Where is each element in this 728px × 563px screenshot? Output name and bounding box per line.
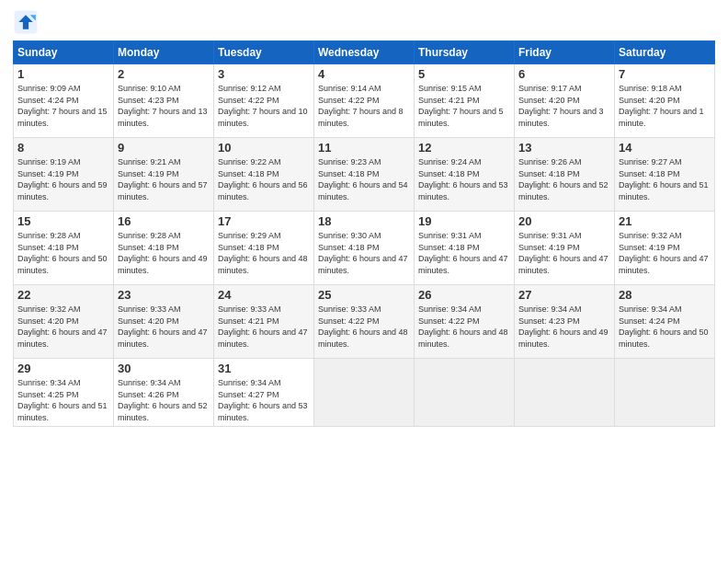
calendar-week-row: 8Sunrise: 9:19 AMSunset: 4:19 PMDaylight…	[14, 138, 715, 212]
calendar-cell: 15Sunrise: 9:28 AMSunset: 4:18 PMDayligh…	[14, 212, 114, 285]
day-number: 14	[619, 141, 711, 155]
weekday-header: Monday	[114, 41, 214, 64]
page-header	[13, 9, 715, 35]
day-info: Sunrise: 9:30 AMSunset: 4:18 PMDaylight:…	[318, 230, 410, 276]
day-number: 12	[418, 141, 510, 155]
day-info: Sunrise: 9:26 AMSunset: 4:18 PMDaylight:…	[518, 156, 610, 202]
calendar-week-row: 15Sunrise: 9:28 AMSunset: 4:18 PMDayligh…	[14, 212, 715, 285]
page-container: SundayMondayTuesdayWednesdayThursdayFrid…	[0, 0, 728, 563]
day-info: Sunrise: 9:21 AMSunset: 4:19 PMDaylight:…	[118, 156, 210, 202]
calendar-cell: 11Sunrise: 9:23 AMSunset: 4:18 PMDayligh…	[314, 138, 415, 212]
day-info: Sunrise: 9:34 AMSunset: 4:24 PMDaylight:…	[619, 304, 711, 350]
logo-icon	[13, 9, 39, 35]
day-info: Sunrise: 9:12 AMSunset: 4:22 PMDaylight:…	[218, 83, 310, 129]
day-info: Sunrise: 9:09 AMSunset: 4:24 PMDaylight:…	[17, 83, 109, 129]
day-info: Sunrise: 9:32 AMSunset: 4:20 PMDaylight:…	[17, 304, 109, 350]
calendar-cell: 26Sunrise: 9:34 AMSunset: 4:22 PMDayligh…	[415, 285, 515, 359]
day-info: Sunrise: 9:34 AMSunset: 4:22 PMDaylight:…	[418, 304, 510, 350]
calendar-cell: 31Sunrise: 9:34 AMSunset: 4:27 PMDayligh…	[214, 359, 314, 427]
calendar-cell: 18Sunrise: 9:30 AMSunset: 4:18 PMDayligh…	[314, 212, 415, 285]
calendar-week-row: 29Sunrise: 9:34 AMSunset: 4:25 PMDayligh…	[14, 359, 715, 427]
day-number: 20	[518, 214, 610, 228]
calendar-week-row: 1Sunrise: 9:09 AMSunset: 4:24 PMDaylight…	[14, 64, 715, 138]
calendar-cell	[615, 359, 715, 427]
calendar-cell: 2Sunrise: 9:10 AMSunset: 4:23 PMDaylight…	[114, 64, 214, 138]
day-number: 19	[418, 214, 510, 228]
weekday-header: Thursday	[415, 41, 515, 64]
weekday-header-row: SundayMondayTuesdayWednesdayThursdayFrid…	[14, 41, 715, 64]
calendar-cell: 6Sunrise: 9:17 AMSunset: 4:20 PMDaylight…	[515, 64, 615, 138]
calendar-cell: 16Sunrise: 9:28 AMSunset: 4:18 PMDayligh…	[114, 212, 214, 285]
calendar-cell: 14Sunrise: 9:27 AMSunset: 4:18 PMDayligh…	[615, 138, 715, 212]
day-number: 24	[218, 288, 310, 302]
day-info: Sunrise: 9:31 AMSunset: 4:18 PMDaylight:…	[418, 230, 510, 276]
day-info: Sunrise: 9:15 AMSunset: 4:21 PMDaylight:…	[418, 83, 510, 129]
day-number: 11	[318, 141, 410, 155]
weekday-header: Saturday	[615, 41, 715, 64]
calendar-cell: 27Sunrise: 9:34 AMSunset: 4:23 PMDayligh…	[515, 285, 615, 359]
day-info: Sunrise: 9:29 AMSunset: 4:18 PMDaylight:…	[218, 230, 310, 276]
day-info: Sunrise: 9:34 AMSunset: 4:27 PMDaylight:…	[218, 377, 310, 423]
weekday-header: Sunday	[14, 41, 114, 64]
calendar-cell: 7Sunrise: 9:18 AMSunset: 4:20 PMDaylight…	[615, 64, 715, 138]
day-info: Sunrise: 9:23 AMSunset: 4:18 PMDaylight:…	[318, 156, 410, 202]
calendar-table: SundayMondayTuesdayWednesdayThursdayFrid…	[13, 40, 715, 427]
calendar-cell: 1Sunrise: 9:09 AMSunset: 4:24 PMDaylight…	[14, 64, 114, 138]
day-number: 5	[418, 67, 510, 81]
calendar-cell: 30Sunrise: 9:34 AMSunset: 4:26 PMDayligh…	[114, 359, 214, 427]
calendar-cell: 17Sunrise: 9:29 AMSunset: 4:18 PMDayligh…	[214, 212, 314, 285]
day-info: Sunrise: 9:34 AMSunset: 4:23 PMDaylight:…	[518, 304, 610, 350]
day-info: Sunrise: 9:27 AMSunset: 4:18 PMDaylight:…	[619, 156, 711, 202]
day-info: Sunrise: 9:22 AMSunset: 4:18 PMDaylight:…	[218, 156, 310, 202]
day-info: Sunrise: 9:28 AMSunset: 4:18 PMDaylight:…	[17, 230, 109, 276]
day-number: 2	[118, 67, 210, 81]
day-number: 3	[218, 67, 310, 81]
day-number: 30	[118, 362, 210, 375]
day-number: 23	[118, 288, 210, 302]
day-number: 18	[318, 214, 410, 228]
day-info: Sunrise: 9:18 AMSunset: 4:20 PMDaylight:…	[619, 83, 711, 129]
day-number: 13	[518, 141, 610, 155]
weekday-header: Tuesday	[214, 41, 314, 64]
calendar-cell: 4Sunrise: 9:14 AMSunset: 4:22 PMDaylight…	[314, 64, 415, 138]
day-number: 10	[218, 141, 310, 155]
day-number: 16	[118, 214, 210, 228]
calendar-cell: 3Sunrise: 9:12 AMSunset: 4:22 PMDaylight…	[214, 64, 314, 138]
calendar-cell: 9Sunrise: 9:21 AMSunset: 4:19 PMDaylight…	[114, 138, 214, 212]
day-info: Sunrise: 9:28 AMSunset: 4:18 PMDaylight:…	[118, 230, 210, 276]
day-info: Sunrise: 9:32 AMSunset: 4:19 PMDaylight:…	[619, 230, 711, 276]
day-info: Sunrise: 9:10 AMSunset: 4:23 PMDaylight:…	[118, 83, 210, 129]
day-info: Sunrise: 9:33 AMSunset: 4:21 PMDaylight:…	[218, 304, 310, 350]
day-info: Sunrise: 9:34 AMSunset: 4:26 PMDaylight:…	[118, 377, 210, 423]
calendar-cell: 23Sunrise: 9:33 AMSunset: 4:20 PMDayligh…	[114, 285, 214, 359]
calendar-cell	[415, 359, 515, 427]
calendar-cell: 22Sunrise: 9:32 AMSunset: 4:20 PMDayligh…	[14, 285, 114, 359]
calendar-cell	[314, 359, 415, 427]
calendar-cell: 24Sunrise: 9:33 AMSunset: 4:21 PMDayligh…	[214, 285, 314, 359]
day-number: 1	[17, 67, 109, 81]
calendar-cell: 21Sunrise: 9:32 AMSunset: 4:19 PMDayligh…	[615, 212, 715, 285]
calendar-cell: 29Sunrise: 9:34 AMSunset: 4:25 PMDayligh…	[14, 359, 114, 427]
calendar-cell: 19Sunrise: 9:31 AMSunset: 4:18 PMDayligh…	[415, 212, 515, 285]
day-info: Sunrise: 9:14 AMSunset: 4:22 PMDaylight:…	[318, 83, 410, 129]
calendar-week-row: 22Sunrise: 9:32 AMSunset: 4:20 PMDayligh…	[14, 285, 715, 359]
day-number: 31	[218, 362, 310, 375]
day-info: Sunrise: 9:17 AMSunset: 4:20 PMDaylight:…	[518, 83, 610, 129]
day-number: 25	[318, 288, 410, 302]
day-number: 21	[619, 214, 711, 228]
day-number: 9	[118, 141, 210, 155]
day-number: 27	[518, 288, 610, 302]
calendar-cell: 25Sunrise: 9:33 AMSunset: 4:22 PMDayligh…	[314, 285, 415, 359]
calendar-cell	[515, 359, 615, 427]
day-info: Sunrise: 9:31 AMSunset: 4:19 PMDaylight:…	[518, 230, 610, 276]
logo	[13, 9, 41, 35]
day-number: 26	[418, 288, 510, 302]
day-number: 8	[17, 141, 109, 155]
day-info: Sunrise: 9:34 AMSunset: 4:25 PMDaylight:…	[17, 377, 109, 423]
day-info: Sunrise: 9:33 AMSunset: 4:22 PMDaylight:…	[318, 304, 410, 350]
weekday-header: Wednesday	[314, 41, 415, 64]
weekday-header: Friday	[515, 41, 615, 64]
day-number: 7	[619, 67, 711, 81]
calendar-cell: 5Sunrise: 9:15 AMSunset: 4:21 PMDaylight…	[415, 64, 515, 138]
day-info: Sunrise: 9:33 AMSunset: 4:20 PMDaylight:…	[118, 304, 210, 350]
